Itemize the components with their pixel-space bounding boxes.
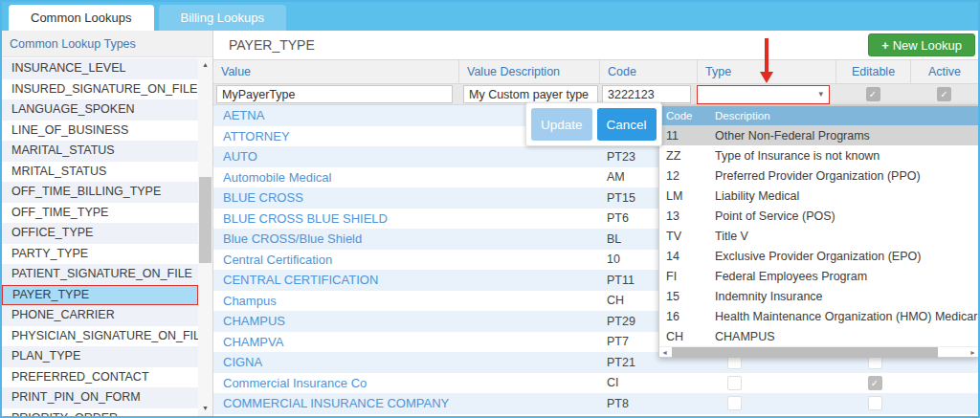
option-description: Title V: [709, 230, 978, 243]
table-header: Value Value Description Code Type Editab…: [213, 59, 978, 84]
dropdown-option[interactable]: 13 Point of Service (POS): [659, 206, 978, 226]
column-header-value-description: Value Description: [458, 60, 599, 83]
row-code: CI: [599, 376, 697, 389]
value-description-input[interactable]: [463, 85, 598, 103]
tab-billing-lookups[interactable]: Billing Lookups: [159, 5, 286, 31]
new-lookup-button[interactable]: +New Lookup: [868, 33, 975, 56]
row-value-link[interactable]: BLUE CROSS BLUE SHIELD: [213, 211, 599, 226]
row-value-link[interactable]: Champus: [213, 294, 599, 308]
table-row[interactable]: Commercial Insurance Co CI ✓: [213, 373, 978, 394]
option-description: Exclusive Provider Organization (EPO): [709, 250, 978, 263]
row-value-link[interactable]: CENTRAL CERTIFICATION: [213, 273, 599, 287]
scroll-down-icon[interactable]: ▼: [198, 403, 212, 414]
sidebar-item[interactable]: PRIORITY_ORDER: [2, 408, 198, 417]
sidebar-item[interactable]: OFF_TIME_BILLING_TYPE: [2, 182, 198, 203]
sidebar-item[interactable]: PHYSICIAN_SIGNATURE_ON_FILE: [2, 326, 198, 347]
dropdown-option[interactable]: 16 Health Maintenance Organization (HMO)…: [659, 306, 978, 326]
option-code: 11: [659, 129, 709, 143]
cancel-button[interactable]: Cancel: [597, 108, 657, 141]
dropdown-option[interactable]: LM Liability Medical: [659, 186, 978, 206]
row-code: PT8: [599, 397, 697, 410]
row-value-link[interactable]: Central Certification: [213, 253, 599, 267]
column-header-code: Code: [599, 60, 697, 83]
dropdown-option[interactable]: TV Title V: [659, 226, 978, 246]
option-code: TV: [659, 230, 709, 243]
dropdown-option[interactable]: 11 Other Non-Federal Programs: [659, 125, 978, 145]
value-input[interactable]: [216, 85, 453, 103]
dropdown-horizontal-scrollbar[interactable]: ◄ ►: [659, 346, 978, 358]
code-input[interactable]: [602, 85, 691, 103]
sidebar-item[interactable]: MARITAL_STATUS: [2, 141, 198, 162]
row-value-link[interactable]: AUTO: [213, 149, 599, 164]
dropdown-header: Code Description: [659, 106, 978, 125]
option-code: 15: [659, 290, 709, 303]
row-editable-checkbox[interactable]: [727, 396, 742, 410]
sidebar-item[interactable]: OFF_TIME_TYPE: [2, 203, 198, 224]
scroll-right-icon[interactable]: ►: [968, 349, 978, 356]
chevron-down-icon: ▾: [818, 89, 823, 99]
update-button[interactable]: Update: [531, 108, 592, 141]
scroll-up-icon[interactable]: ▲: [198, 59, 212, 71]
option-code: ZZ: [659, 149, 709, 163]
dropdown-options: 11 Other Non-Federal Programs ZZ Type of…: [659, 125, 978, 346]
dropdown-option[interactable]: FI Federal Employees Program: [659, 266, 978, 286]
scroll-left-icon[interactable]: ◄: [659, 349, 670, 356]
tab-common-lookups[interactable]: Common Lookups: [9, 5, 154, 31]
lookups-window: Common Lookups Billing Lookups Common Lo…: [0, 0, 980, 418]
sidebar-item[interactable]: PATIENT_SIGNATURE_ON_FILE: [2, 264, 198, 285]
sidebar-item[interactable]: MRITAL_STATUS: [2, 162, 198, 183]
sidebar-item[interactable]: PRINT_PIN_ON_FORM: [2, 387, 198, 408]
row-value-link[interactable]: BLUE CROSS: [213, 190, 599, 205]
row-value-link[interactable]: Automobile Medical: [213, 170, 599, 185]
dropdown-option[interactable]: 12 Preferred Provider Organization (PPO): [659, 165, 978, 186]
dropdown-option[interactable]: CH CHAMPUS: [659, 326, 978, 346]
column-header-active: Active: [910, 60, 978, 83]
sidebar-header: Common Lookup Types: [2, 31, 212, 57]
table-row[interactable]: COMMERCIAL INSURANCE COMPANY PT8: [213, 393, 978, 414]
dropdown-option[interactable]: ZZ Type of Insurance is not known: [659, 145, 978, 165]
editable-checkbox[interactable]: ✓: [866, 87, 880, 101]
sidebar-item[interactable]: INSURANCE_LEVEL: [2, 58, 198, 79]
tab-bar: Common Lookups Billing Lookups: [2, 2, 978, 31]
option-code: CH: [659, 330, 709, 343]
option-description: Federal Employees Program: [709, 270, 978, 283]
row-active-checkbox[interactable]: [868, 396, 882, 410]
type-dropdown-trigger[interactable]: ▾: [697, 85, 830, 104]
sidebar-item[interactable]: OFFICE_TYPE: [2, 223, 198, 244]
dropdown-column-description: Description: [709, 110, 978, 121]
dropdown-option[interactable]: 15 Indemnity Insurance: [659, 286, 978, 306]
active-checkbox[interactable]: ✓: [937, 87, 951, 101]
row-value-link[interactable]: CHAMPUS: [213, 314, 599, 328]
row-value-link[interactable]: Blue CROSS/Blue Shield: [213, 231, 599, 246]
sidebar: Common Lookup Types INSURANCE_LEVELINSUR…: [2, 31, 213, 416]
row-active-checkbox[interactable]: ✓: [868, 376, 882, 390]
column-header-type: Type: [697, 60, 835, 83]
option-code: 13: [659, 209, 709, 223]
sidebar-item[interactable]: PAYER_TYPE: [2, 285, 198, 306]
sidebar-scrollbar[interactable]: ▲ ▼: [198, 58, 212, 416]
sidebar-item[interactable]: LINE_OF_BUSINESS: [2, 121, 198, 142]
row-value-link[interactable]: CHAMPVA: [213, 335, 599, 349]
dropdown-option[interactable]: 14 Exclusive Provider Organization (EPO): [659, 246, 978, 266]
option-code: 14: [659, 250, 709, 263]
column-header-editable: Editable: [835, 60, 910, 83]
option-description: Liability Medical: [709, 189, 978, 203]
row-editable-checkbox[interactable]: [727, 376, 742, 390]
title-bar: PAYER_TYPE +New Lookup: [213, 31, 978, 59]
option-code: 16: [659, 310, 709, 323]
option-description: Type of Insurance is not known: [709, 149, 978, 163]
option-description: Indemnity Insurance: [709, 290, 978, 303]
row-value-link[interactable]: Commercial Insurance Co: [213, 376, 599, 390]
sidebar-item[interactable]: INSURED_SIGNATURE_ON_FILE: [2, 79, 198, 100]
hscrollbar-thumb[interactable]: [672, 347, 938, 358]
option-description: Other Non-Federal Programs: [709, 129, 978, 143]
sidebar-item[interactable]: PARTY_TYPE: [2, 244, 198, 265]
sidebar-item[interactable]: PLAN_TYPE: [2, 346, 198, 367]
row-value-link[interactable]: CIGNA: [213, 355, 599, 369]
sidebar-item[interactable]: PREFERRED_CONTACT: [2, 367, 198, 388]
type-dropdown-list: Code Description 11 Other Non-Federal Pr…: [658, 105, 978, 358]
row-value-link[interactable]: COMMERCIAL INSURANCE COMPANY: [213, 396, 599, 410]
sidebar-item[interactable]: PHONE_CARRIER: [2, 305, 198, 326]
sidebar-item[interactable]: LANGUAGE_SPOKEN: [2, 99, 198, 121]
scrollbar-thumb[interactable]: [199, 177, 212, 263]
